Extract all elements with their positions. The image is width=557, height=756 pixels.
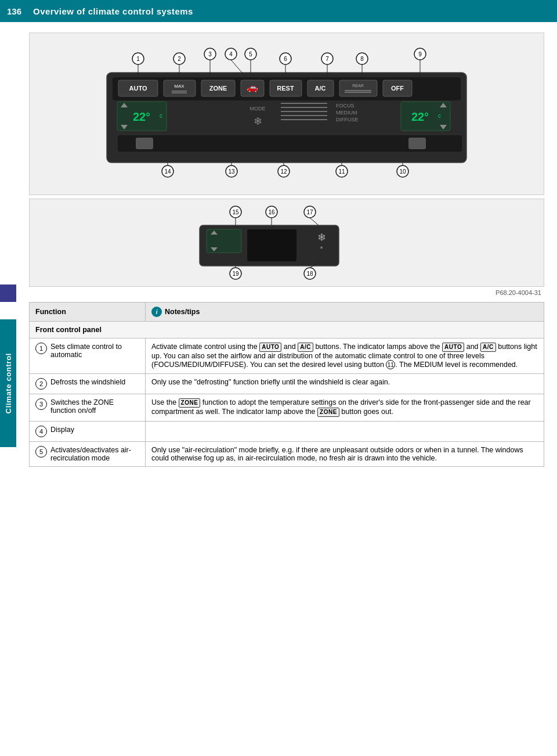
rear-panel-svg: ❄ * 15 16 17 19 18 [142, 205, 432, 280]
row-notes-cell: Only use "air-recirculation" mode briefl… [146, 442, 544, 467]
svg-text:c: c [438, 113, 441, 119]
info-icon: i [151, 307, 162, 317]
col-header-function: Function [30, 303, 146, 322]
panel-container: AUTO MAX ZONE 🚗 REST A/C [35, 44, 538, 183]
svg-text:c: c [160, 113, 162, 119]
svg-text:REST: REST [277, 85, 294, 92]
callout-number: 4 [35, 426, 47, 437]
row-notes-cell: Only use the "defrosting" function brief… [146, 374, 544, 394]
row-number-cell: 3Switches the ZONE function on/off [30, 394, 146, 422]
svg-text:22°: 22° [411, 110, 429, 123]
svg-text:MEDIUM: MEDIUM [336, 110, 357, 116]
svg-rect-91 [247, 229, 296, 261]
section-header-label: Front control panel [30, 322, 544, 339]
diagram-panel-top: AUTO MAX ZONE 🚗 REST A/C [29, 33, 544, 195]
function-text: Defrosts the windshield [50, 378, 125, 386]
svg-text:5: 5 [249, 51, 252, 57]
function-text: Display [50, 426, 74, 434]
row-number-cell: 1Sets climate control to automatic [30, 339, 146, 374]
row-notes-cell [146, 422, 544, 442]
svg-text:❄: ❄ [317, 232, 326, 243]
svg-text:12: 12 [280, 168, 287, 175]
svg-rect-44 [408, 138, 426, 149]
table-row: 1Sets climate control to automaticActiva… [30, 339, 544, 374]
svg-text:16: 16 [268, 209, 275, 215]
row-number-cell: 2Defrosts the windshield [30, 374, 146, 394]
row-number-cell: 4Display [30, 422, 146, 442]
svg-text:❄: ❄ [254, 116, 262, 127]
svg-text:18: 18 [306, 271, 313, 277]
side-tab: Climate control [0, 319, 16, 447]
svg-rect-43 [136, 138, 153, 149]
svg-text:*: * [320, 245, 323, 253]
svg-text:2: 2 [178, 56, 181, 62]
callout-number: 5 [35, 446, 47, 458]
svg-text:9: 9 [418, 51, 422, 57]
col-header-notes: i Notes/tips [146, 303, 544, 322]
callout-number: 3 [35, 398, 47, 410]
function-text: Sets climate control to automatic [50, 343, 139, 359]
svg-line-102 [310, 218, 319, 225]
svg-text:10: 10 [399, 168, 406, 175]
svg-text:🚗: 🚗 [247, 82, 258, 93]
svg-text:1: 1 [136, 56, 140, 62]
svg-rect-16 [339, 80, 377, 96]
svg-text:11: 11 [338, 168, 345, 175]
callout-number: 2 [35, 378, 47, 390]
callout-number: 1 [35, 343, 47, 354]
svg-text:A/C: A/C [315, 85, 326, 92]
row-notes-cell: Activate climate control using the AUTO … [146, 339, 544, 374]
svg-text:19: 19 [232, 271, 239, 277]
svg-text:MODE: MODE [250, 106, 266, 111]
section-header-row: Front control panel [30, 322, 544, 339]
row-notes-cell: Use the ZONE function to adopt the tempe… [146, 394, 544, 422]
header-bar: 136 Overview of climate control systems [0, 0, 557, 22]
svg-rect-88 [207, 229, 241, 253]
svg-text:3: 3 [208, 51, 212, 57]
svg-text:7: 7 [325, 56, 329, 62]
main-content: AUTO MAX ZONE 🚗 REST A/C [16, 22, 557, 477]
svg-text:22°: 22° [133, 110, 150, 123]
side-marker [0, 285, 16, 302]
svg-text:AUTO: AUTO [129, 85, 147, 92]
svg-text:14: 14 [164, 168, 171, 175]
function-text: Activates/deactivates air-recirculation … [50, 446, 139, 462]
svg-text:13: 13 [228, 168, 235, 175]
p-code: P68.20-4004-31 [29, 289, 544, 296]
svg-text:17: 17 [306, 209, 313, 215]
page-title: Overview of climate control systems [33, 6, 193, 16]
function-text: Switches the ZONE function on/off [50, 398, 139, 415]
climate-panel-svg: AUTO MAX ZONE 🚗 REST A/C [78, 44, 495, 183]
table-row: 5Activates/deactivates air-recirculation… [30, 442, 544, 467]
svg-text:FOCUS: FOCUS [336, 103, 355, 109]
side-tab-label: Climate control [4, 353, 13, 413]
svg-text:4: 4 [229, 51, 233, 57]
svg-text:8: 8 [360, 56, 364, 62]
svg-text:REAR: REAR [352, 84, 363, 88]
table-row: 4Display [30, 422, 544, 442]
page-number: 136 [7, 6, 21, 16]
svg-text:ZONE: ZONE [209, 85, 227, 92]
info-table: Function i Notes/tips Front control pane… [29, 302, 544, 467]
svg-text:15: 15 [232, 209, 239, 215]
row-number-cell: 5Activates/deactivates air-recirculation… [30, 442, 146, 467]
svg-text:OFF: OFF [391, 85, 404, 92]
svg-text:6: 6 [284, 56, 287, 62]
svg-text:DIFFUSE: DIFFUSE [336, 117, 359, 123]
table-row: 3Switches the ZONE function on/offUse th… [30, 394, 544, 422]
diagram-panel-bottom: ❄ * 15 16 17 19 18 [29, 199, 544, 287]
table-row: 2Defrosts the windshieldOnly use the "de… [30, 374, 544, 394]
svg-text:MAX: MAX [174, 84, 185, 89]
